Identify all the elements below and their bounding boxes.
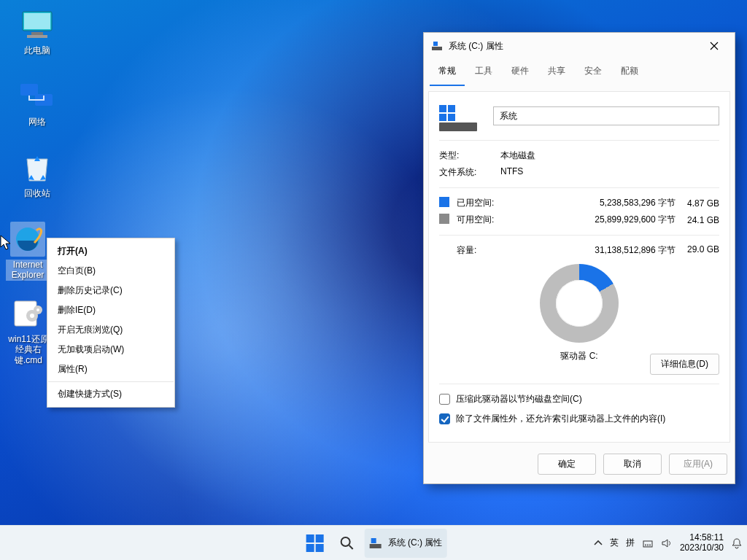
used-bytes: 5,238,583,296 字节 <box>588 197 676 209</box>
free-bytes: 25,899,929,600 字节 <box>588 214 676 226</box>
used-label: 已用空间: <box>457 198 494 208</box>
clock-time: 14:58:11 <box>680 533 724 543</box>
desktop-icon-label: 此电脑 <box>10 45 64 55</box>
capacity-bytes: 31,138,512,896 字节 <box>573 244 676 257</box>
tab-sharing[interactable]: 共享 <box>539 59 574 86</box>
svg-rect-1 <box>24 13 50 29</box>
svg-rect-15 <box>370 544 382 548</box>
desktop-icon-label: Internet Explorer <box>6 260 50 281</box>
menu-item-create-shortcut[interactable]: 创建快捷方式(S) <box>47 384 174 404</box>
ethernet-icon <box>642 537 654 549</box>
tray-overflow-button[interactable] <box>594 539 603 548</box>
close-button[interactable] <box>698 35 730 57</box>
used-human: 4.87 GB <box>676 198 719 209</box>
drive-properties-dialog: 系统 (C:) 属性 常规 工具 硬件 共享 安全 配额 类型: 本地磁盘 文件… <box>423 32 735 484</box>
type-label: 类型: <box>439 149 500 162</box>
index-label: 除了文件属性外，还允许索引此驱动器上文件的内容(I) <box>456 413 665 425</box>
drive-large-icon <box>439 101 479 131</box>
tab-tools[interactable]: 工具 <box>466 59 501 86</box>
tab-general[interactable]: 常规 <box>430 59 465 86</box>
volume-tray-icon[interactable] <box>661 537 673 549</box>
desktop-icon-label: win11还原经典右键.cmd <box>6 334 51 365</box>
checkbox-icon[interactable] <box>439 394 450 405</box>
svg-point-11 <box>36 308 39 311</box>
clock-date: 2023/10/30 <box>680 543 724 553</box>
used-swatch-icon <box>439 197 449 207</box>
chevron-up-icon <box>594 539 603 548</box>
desktop-icon-cmd[interactable]: win11还原经典右键.cmd <box>6 296 51 365</box>
menu-separator <box>48 381 174 382</box>
notifications-button[interactable] <box>731 537 743 549</box>
menu-item-inprivate[interactable]: 开启无痕浏览(Q) <box>47 320 174 340</box>
fs-label: 文件系统: <box>439 166 500 179</box>
bell-icon <box>731 537 743 549</box>
pc-icon <box>20 7 55 42</box>
network-icon <box>20 79 55 114</box>
type-value: 本地磁盘 <box>500 149 719 162</box>
svg-rect-16 <box>371 538 376 543</box>
capacity-label: 容量: <box>439 244 573 257</box>
menu-item-noaddons[interactable]: 无加载项启动(W) <box>47 340 174 359</box>
ok-button[interactable]: 确定 <box>538 454 596 475</box>
svg-point-14 <box>341 537 350 546</box>
free-swatch-icon <box>439 214 449 224</box>
desktop-icon-network[interactable]: 网络 <box>10 79 64 127</box>
free-human: 24.1 GB <box>676 215 719 225</box>
menu-item-blank[interactable]: 空白页(B) <box>47 261 174 281</box>
ie-icon <box>10 222 45 257</box>
dialog-title: 系统 (C:) 属性 <box>449 40 698 52</box>
desktop-icon-ie[interactable]: Internet Explorer <box>6 222 50 281</box>
menu-item-properties[interactable]: 属性(R) <box>47 359 174 379</box>
recycle-icon <box>20 150 55 185</box>
desktop-icon-recycle[interactable]: 回收站 <box>10 150 64 198</box>
compress-label: 压缩此驱动器以节约磁盘空间(C) <box>456 393 582 405</box>
fs-value: NTFS <box>500 166 719 179</box>
apply-button[interactable]: 应用(A) <box>669 454 727 475</box>
menu-item-delete-ie[interactable]: 删除IE(D) <box>47 300 174 320</box>
drive-icon <box>431 40 443 52</box>
svg-rect-3 <box>27 35 47 38</box>
compress-row[interactable]: 压缩此驱动器以节约磁盘空间(C) <box>439 393 719 405</box>
taskbar-app-properties[interactable]: 系统 (C:) 属性 <box>365 529 447 558</box>
desktop-icon-label: 网络 <box>10 117 64 127</box>
tab-security[interactable]: 安全 <box>576 59 611 86</box>
system-tray: 英 拼 14:58:11 2023/10/30 <box>594 533 743 553</box>
capacity-human: 29.0 GB <box>676 244 719 257</box>
context-menu: 打开(A) 空白页(B) 删除历史记录(C) 删除IE(D) 开启无痕浏览(Q)… <box>47 238 175 408</box>
svg-rect-2 <box>31 32 43 35</box>
tab-quota[interactable]: 配额 <box>612 59 647 86</box>
speaker-icon <box>661 537 673 549</box>
desktop-icon-pc[interactable]: 此电脑 <box>10 7 64 55</box>
drive-icon <box>369 537 382 550</box>
clock[interactable]: 14:58:11 2023/10/30 <box>680 533 724 553</box>
desktop-icon-label: 回收站 <box>10 188 64 198</box>
cancel-button[interactable]: 取消 <box>603 454 662 475</box>
search-icon <box>339 535 355 551</box>
start-button[interactable] <box>301 529 330 558</box>
index-row[interactable]: 除了文件属性外，还允许索引此驱动器上文件的内容(I) <box>439 413 719 425</box>
search-button[interactable] <box>333 529 362 558</box>
titlebar[interactable]: 系统 (C:) 属性 <box>424 33 735 59</box>
dialog-button-row: 确定 取消 应用(A) <box>538 454 727 475</box>
network-tray-icon[interactable] <box>642 537 654 549</box>
drive-name-input[interactable] <box>493 106 719 125</box>
ime-mode[interactable]: 拼 <box>626 537 635 549</box>
taskbar-app-title: 系统 (C:) 属性 <box>388 537 443 549</box>
menu-item-clear-history[interactable]: 删除历史记录(C) <box>47 281 174 300</box>
checkbox-icon[interactable] <box>439 413 450 424</box>
details-button[interactable]: 详细信息(D) <box>650 354 719 375</box>
close-icon <box>710 42 719 50</box>
cursor-icon <box>0 235 13 251</box>
windows-logo-icon <box>306 534 324 552</box>
tab-strip: 常规 工具 硬件 共享 安全 配额 <box>424 59 735 87</box>
tab-hardware[interactable]: 硬件 <box>503 59 538 86</box>
general-panel: 类型: 本地磁盘 文件系统: NTFS 已用空间: 5,238,583,296 … <box>428 91 730 443</box>
usage-pie-icon <box>540 264 619 343</box>
svg-rect-12 <box>432 47 442 50</box>
svg-rect-4 <box>20 84 38 96</box>
taskbar: 系统 (C:) 属性 英 拼 14:58:11 2023/10/30 <box>0 525 747 560</box>
menu-item-open[interactable]: 打开(A) <box>47 241 174 261</box>
ime-language[interactable]: 英 <box>610 537 619 549</box>
svg-rect-13 <box>433 42 438 46</box>
gear-file-icon <box>11 296 46 331</box>
